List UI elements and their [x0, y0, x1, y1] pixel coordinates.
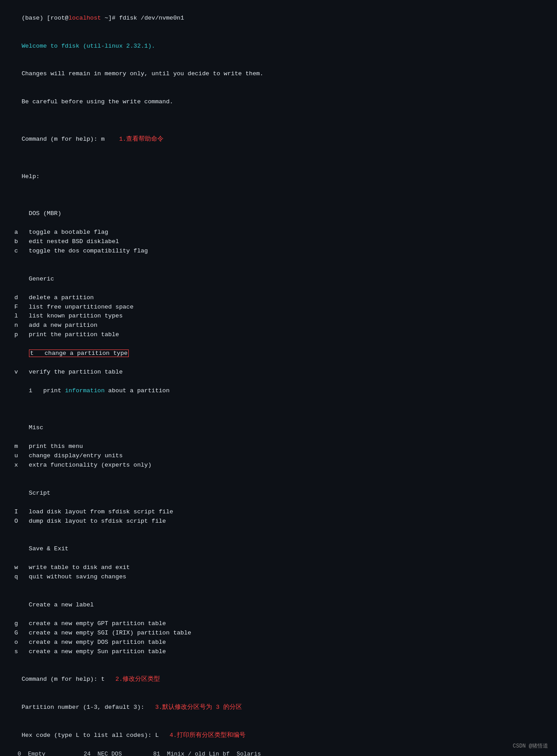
- create-label: Create a new label: [7, 591, 550, 619]
- welcome-line3: Be careful before using the write comman…: [7, 88, 550, 116]
- watermark: CSDN @猪悟道: [513, 742, 548, 751]
- blank5: [7, 405, 550, 415]
- cmd-l: l list known partition types: [7, 312, 550, 321]
- blank9: [7, 657, 550, 666]
- save-exit-label: Save & Exit: [7, 536, 550, 564]
- cmd-u: u change display/entry units: [7, 451, 550, 461]
- cmd-v: v verify the partition table: [7, 368, 550, 377]
- blank1: [7, 116, 550, 126]
- blank3: [7, 191, 550, 200]
- cmd-p: p print the partition table: [7, 330, 550, 340]
- hex-code-line: Hex code (type L to list all codes): L 4…: [7, 722, 550, 750]
- cmd-G: G create a new empty SGI (IRIX) partitio…: [7, 629, 550, 638]
- annotation-3: 3.默认修改分区号为 3 的分区: [155, 704, 242, 711]
- cmd-s: s create a new empty Sun partition table: [7, 647, 550, 657]
- initial-prompt-line: (base) [root@localhost ~]# fdisk /dev/nv…: [7, 4, 550, 33]
- generic-label: Generic: [7, 265, 550, 293]
- cmd-o: o create a new empty DOS partition table: [7, 638, 550, 647]
- cmd-t-highlighted: t change a partition type: [29, 350, 129, 357]
- misc-label: Misc: [7, 415, 550, 443]
- blank2: [7, 154, 550, 163]
- cmd-b: b edit nested BSD disklabel: [7, 237, 550, 247]
- cmd-t-line: t change a partition type: [7, 340, 550, 368]
- cmd-w: w write table to disk and exit: [7, 563, 550, 573]
- cmd-O: O dump disk layout to sfdisk script file: [7, 517, 550, 526]
- cmd-F: F list free unpartitioned space: [7, 303, 550, 312]
- cmd-n: n add a new partition: [7, 321, 550, 330]
- blank8: [7, 582, 550, 591]
- terminal-window: (base) [root@localhost ~]# fdisk /dev/nv…: [7, 4, 550, 756]
- cmd-m2: m print this menu: [7, 442, 550, 451]
- initial-command: fdisk /dev/nvme0n1: [119, 15, 184, 21]
- cmd-I: I load disk layout from sfdisk script fi…: [7, 508, 550, 517]
- dos-mbr-label: DOS (MBR): [7, 200, 550, 228]
- script-label: Script: [7, 480, 550, 508]
- cmd-x: x extra functionality (experts only): [7, 461, 550, 470]
- blank4: [7, 256, 550, 265]
- welcome-line2: Changes will remain in memory only, unti…: [7, 61, 550, 89]
- annotation-4: 4.打印所有分区类型和编号: [170, 732, 246, 739]
- hex-table: 0 Empty 24 NEC DOS 81 Minix / old Lin bf…: [7, 750, 550, 756]
- help-label: Help:: [7, 163, 550, 191]
- cmd-i: i print information about a partition: [7, 377, 550, 405]
- cmd-m-line: Command (m for help): m 1.查看帮助命令: [7, 126, 550, 154]
- prompt-path: ~]#: [101, 15, 119, 21]
- welcome-line1: Welcome to fdisk (util-linux 2.32.1).: [7, 33, 550, 61]
- partition-number-line: Partition number (1-3, default 3): 3.默认修…: [7, 694, 550, 722]
- cmd-t-prompt-line: Command (m for help): t 2.修改分区类型: [7, 666, 550, 694]
- blank7: [7, 526, 550, 536]
- prompt-base: (base) [root@: [21, 15, 68, 21]
- blank6: [7, 470, 550, 480]
- cmd-d: d delete a partition: [7, 293, 550, 303]
- annotation-1: 1.查看帮助命令: [119, 136, 164, 142]
- annotation-2: 2.修改分区类型: [115, 676, 160, 683]
- cmd-g: g create a new empty GPT partition table: [7, 619, 550, 629]
- cmd-m-text: Command (m for help): m: [21, 136, 104, 142]
- prompt-host: localhost: [69, 15, 101, 21]
- cmd-a: a toggle a bootable flag: [7, 228, 550, 237]
- cmd-c: c toggle the dos compatibility flag: [7, 247, 550, 256]
- cmd-q: q quit without saving changes: [7, 573, 550, 582]
